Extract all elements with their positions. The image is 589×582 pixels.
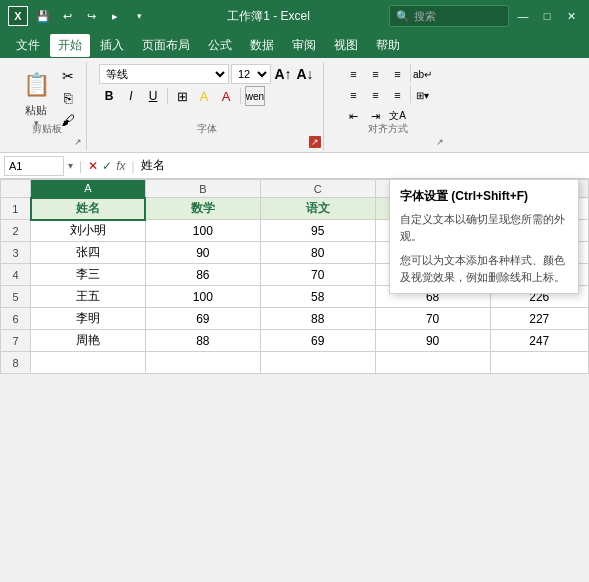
cell-b2[interactable]: 100 xyxy=(145,220,260,242)
cell-d7[interactable]: 90 xyxy=(375,330,490,352)
align-left[interactable]: ≡ xyxy=(344,85,364,105)
font-color-btn[interactable]: A xyxy=(216,86,236,106)
minimize-btn[interactable]: — xyxy=(513,5,533,27)
menu-formula[interactable]: 公式 xyxy=(200,34,240,57)
cell-b8[interactable] xyxy=(145,352,260,374)
cell-e6[interactable]: 227 xyxy=(490,308,589,330)
formula-confirm-icon[interactable]: ✓ xyxy=(102,159,112,173)
align-top-left[interactable]: ≡ xyxy=(344,64,364,84)
clipboard-expander[interactable]: ↗ xyxy=(72,136,84,148)
table-row: 6 李明 69 88 70 227 xyxy=(1,308,589,330)
search-box[interactable]: 🔍 搜索 xyxy=(389,5,509,27)
cell-b4[interactable]: 86 xyxy=(145,264,260,286)
qa-btn5[interactable]: ▾ xyxy=(130,7,148,25)
cell-b5[interactable]: 100 xyxy=(145,286,260,308)
font-label: 字体 xyxy=(91,122,323,136)
maximize-btn[interactable]: □ xyxy=(537,5,557,27)
tooltip-title: 字体设置 (Ctrl+Shift+F) xyxy=(400,188,568,205)
cell-b6[interactable]: 69 xyxy=(145,308,260,330)
menu-page-layout[interactable]: 页面布局 xyxy=(134,34,198,57)
menu-review[interactable]: 审阅 xyxy=(284,34,324,57)
menu-view[interactable]: 视图 xyxy=(326,34,366,57)
formula-function-icon[interactable]: fx xyxy=(116,159,125,173)
cell-a8[interactable] xyxy=(31,352,146,374)
name-box-value: A1 xyxy=(9,160,22,172)
title-bar-left: X 💾 ↩ ↪ ▸ ▾ xyxy=(8,6,148,26)
font-name-selector[interactable]: 等线 xyxy=(99,64,229,84)
align-top-right[interactable]: ≡ xyxy=(388,64,408,84)
cell-e7[interactable]: 247 xyxy=(490,330,589,352)
menu-home[interactable]: 开始 xyxy=(50,34,90,57)
menu-help[interactable]: 帮助 xyxy=(368,34,408,57)
cell-b7[interactable]: 88 xyxy=(145,330,260,352)
menu-insert[interactable]: 插入 xyxy=(92,34,132,57)
italic-button[interactable]: I xyxy=(121,86,141,106)
name-box[interactable]: A1 xyxy=(4,156,64,176)
alignment-expander[interactable]: ↗ xyxy=(434,136,446,148)
copy-button[interactable]: ⎘ xyxy=(58,88,78,108)
cell-c6[interactable]: 88 xyxy=(260,308,375,330)
merge-btn[interactable]: ⊞▾ xyxy=(413,85,433,105)
font-size-selector[interactable]: 12 xyxy=(231,64,271,84)
cell-c7[interactable]: 69 xyxy=(260,330,375,352)
paste-button[interactable]: 📋 粘贴 ▾ xyxy=(16,65,56,130)
font-settings-tooltip: 字体设置 (Ctrl+Shift+F) 自定义文本以确切呈现您所需的外观。 您可… xyxy=(389,179,579,294)
col-header-a[interactable]: A xyxy=(31,180,146,198)
cell-d6[interactable]: 70 xyxy=(375,308,490,330)
cell-d8[interactable] xyxy=(375,352,490,374)
increase-font-btn[interactable]: A↑ xyxy=(273,64,293,84)
border-btn[interactable]: ⊞ xyxy=(172,86,192,106)
align-center[interactable]: ≡ xyxy=(366,85,386,105)
cell-a6[interactable]: 李明 xyxy=(31,308,146,330)
cut-button[interactable]: ✂ xyxy=(58,66,78,86)
cell-a4[interactable]: 李三 xyxy=(31,264,146,286)
cell-a3[interactable]: 张四 xyxy=(31,242,146,264)
v-divider2 xyxy=(410,85,411,103)
clipboard-label: 剪贴板 xyxy=(8,122,86,136)
formula-bar: A1 ▾ | ✕ ✓ fx | 姓名 xyxy=(0,153,589,179)
align-top-center[interactable]: ≡ xyxy=(366,64,386,84)
align-right[interactable]: ≡ xyxy=(388,85,408,105)
name-box-arrow[interactable]: ▾ xyxy=(68,160,73,171)
decrease-font-btn[interactable]: A↓ xyxy=(295,64,315,84)
cell-c1[interactable]: 语文 xyxy=(260,198,375,220)
alignment-group: ≡ ≡ ≡ ab↵ ≡ ≡ ≡ ⊞▾ ⇤ ⇥ 文A xyxy=(328,62,448,150)
cell-a5[interactable]: 王五 xyxy=(31,286,146,308)
cell-c4[interactable]: 70 xyxy=(260,264,375,286)
fill-color-btn[interactable]: A xyxy=(194,86,214,106)
cell-a2[interactable]: 刘小明 xyxy=(31,220,146,242)
formula-cancel-icon[interactable]: ✕ xyxy=(88,159,98,173)
font-expander[interactable]: ↗ xyxy=(309,136,321,148)
cell-e8[interactable] xyxy=(490,352,589,374)
cell-b1[interactable]: 数学 xyxy=(145,198,260,220)
col-header-b[interactable]: B xyxy=(145,180,260,198)
cell-a1[interactable]: 姓名 xyxy=(31,198,146,220)
wen-btn[interactable]: wen xyxy=(245,86,265,106)
redo-quick-btn[interactable]: ↪ xyxy=(82,7,100,25)
title-bar-right: 🔍 搜索 — □ ✕ xyxy=(389,5,581,27)
wrap-btn[interactable]: ab↵ xyxy=(413,64,433,84)
alignment-label: 对齐方式 xyxy=(328,122,448,136)
undo-quick-btn[interactable]: ↩ xyxy=(58,7,76,25)
cell-b3[interactable]: 90 xyxy=(145,242,260,264)
menu-file[interactable]: 文件 xyxy=(8,34,48,57)
cell-c2[interactable]: 95 xyxy=(260,220,375,242)
cell-a7[interactable]: 周艳 xyxy=(31,330,146,352)
save-quick-btn[interactable]: 💾 xyxy=(34,7,52,25)
cell-c3[interactable]: 80 xyxy=(260,242,375,264)
row-num-7: 7 xyxy=(1,330,31,352)
close-btn[interactable]: ✕ xyxy=(561,5,581,27)
ribbon: 📋 粘贴 ▾ ✂ ⎘ 🖌 剪贴板 ↗ 等线 12 xyxy=(0,58,589,153)
table-row: 7 周艳 88 69 90 247 xyxy=(1,330,589,352)
cell-c8[interactable] xyxy=(260,352,375,374)
cell-c5[interactable]: 58 xyxy=(260,286,375,308)
font-group: 等线 12 A↑ A↓ B I U ⊞ A A wen 字体 ↗ xyxy=(91,62,324,150)
col-header-c[interactable]: C xyxy=(260,180,375,198)
tooltip-text1: 自定义文本以确切呈现您所需的外观。 xyxy=(400,211,568,244)
underline-button[interactable]: U xyxy=(143,86,163,106)
qa-btn4[interactable]: ▸ xyxy=(106,7,124,25)
tooltip-text2: 您可以为文本添加各种样式、颜色及视觉效果，例如删除线和上标。 xyxy=(400,252,568,285)
bold-button[interactable]: B xyxy=(99,86,119,106)
search-placeholder: 搜索 xyxy=(414,9,436,24)
menu-data[interactable]: 数据 xyxy=(242,34,282,57)
